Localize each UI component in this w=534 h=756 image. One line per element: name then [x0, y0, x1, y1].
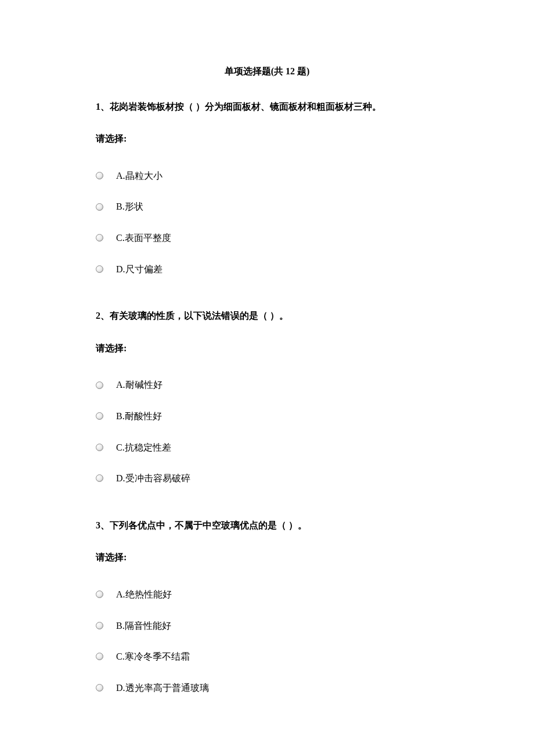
- radio-icon[interactable]: [96, 234, 103, 242]
- option-label: A.耐碱性好: [116, 377, 163, 393]
- radio-icon[interactable]: [96, 591, 103, 598]
- option-label: C.表面平整度: [116, 231, 171, 246]
- question-stem-1: 1、花岗岩装饰板材按（ ）分为细面板材、镜面板材和粗面板材三种。: [96, 99, 438, 114]
- option-row[interactable]: A.绝热性能好: [96, 587, 438, 602]
- option-label: C.寒冷冬季不结霜: [116, 649, 190, 664]
- radio-icon[interactable]: [96, 622, 103, 629]
- option-row[interactable]: D.尺寸偏差: [96, 262, 438, 277]
- radio-icon[interactable]: [96, 265, 103, 273]
- radio-icon[interactable]: [96, 444, 103, 451]
- option-row[interactable]: C.表面平整度: [96, 231, 438, 246]
- option-label: B.形状: [116, 199, 143, 214]
- option-label: D.受冲击容易破碎: [116, 471, 190, 486]
- please-select-3: 请选择:: [96, 550, 438, 565]
- option-label: B.隔音性能好: [116, 618, 171, 633]
- radio-icon[interactable]: [96, 412, 103, 420]
- please-select-1: 请选择:: [96, 131, 438, 146]
- radio-icon[interactable]: [96, 684, 103, 692]
- radio-icon[interactable]: [96, 381, 103, 389]
- option-row[interactable]: B.耐酸性好: [96, 409, 438, 424]
- option-label: B.耐酸性好: [116, 409, 162, 424]
- option-label: A.晶粒大小: [116, 168, 163, 183]
- options-group-2: A.耐碱性好 B.耐酸性好 C.抗稳定性差 D.受冲击容易破碎: [96, 377, 438, 485]
- quiz-title: 单项选择题(共 12 题): [96, 64, 438, 79]
- option-row[interactable]: D.受冲击容易破碎: [96, 471, 438, 486]
- option-row[interactable]: A.晶粒大小: [96, 168, 438, 183]
- option-row[interactable]: A.耐碱性好: [96, 377, 438, 393]
- option-row[interactable]: B.隔音性能好: [96, 618, 438, 633]
- option-row[interactable]: C.抗稳定性差: [96, 440, 438, 455]
- radio-icon[interactable]: [96, 203, 103, 211]
- option-label: D.透光率高于普通玻璃: [116, 681, 209, 696]
- radio-icon[interactable]: [96, 172, 103, 179]
- option-label: D.尺寸偏差: [116, 262, 163, 277]
- please-select-2: 请选择:: [96, 341, 438, 356]
- option-label: C.抗稳定性差: [116, 440, 171, 455]
- option-row[interactable]: D.透光率高于普通玻璃: [96, 681, 438, 696]
- question-stem-3: 3、下列各优点中，不属于中空玻璃优点的是（ ）。: [96, 518, 438, 533]
- question-stem-2: 2、有关玻璃的性质，以下说法错误的是（ ）。: [96, 308, 438, 323]
- options-group-1: A.晶粒大小 B.形状 C.表面平整度 D.尺寸偏差: [96, 168, 438, 276]
- option-row[interactable]: C.寒冷冬季不结霜: [96, 649, 438, 664]
- question-block-1: 1、花岗岩装饰板材按（ ）分为细面板材、镜面板材和粗面板材三种。 请选择: A.…: [96, 99, 438, 277]
- radio-icon[interactable]: [96, 653, 103, 660]
- option-label: A.绝热性能好: [116, 587, 172, 602]
- option-row[interactable]: B.形状: [96, 199, 438, 214]
- question-block-2: 2、有关玻璃的性质，以下说法错误的是（ ）。 请选择: A.耐碱性好 B.耐酸性…: [96, 308, 438, 486]
- radio-icon[interactable]: [96, 474, 103, 482]
- options-group-3: A.绝热性能好 B.隔音性能好 C.寒冷冬季不结霜 D.透光率高于普通玻璃: [96, 587, 438, 695]
- question-block-3: 3、下列各优点中，不属于中空玻璃优点的是（ ）。 请选择: A.绝热性能好 B.…: [96, 518, 438, 696]
